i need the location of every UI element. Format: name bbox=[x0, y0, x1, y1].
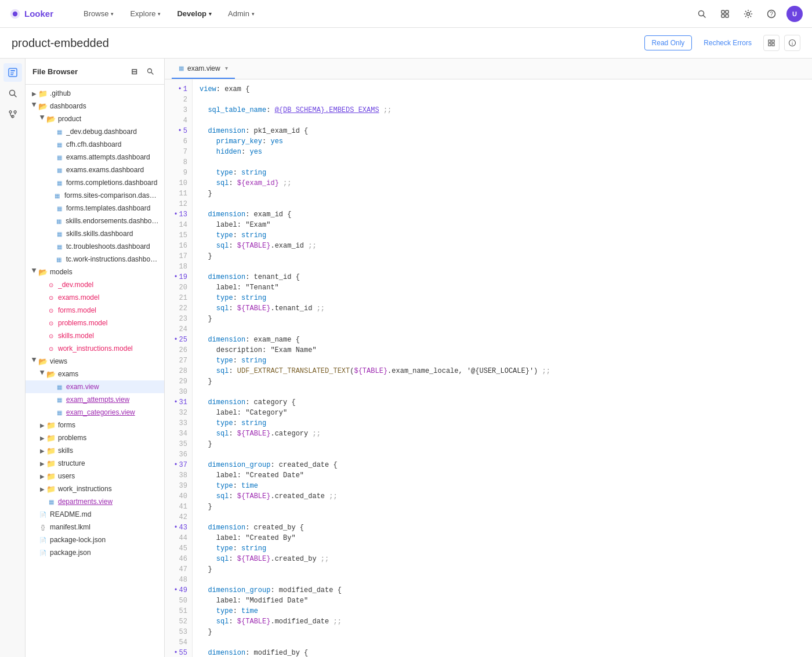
split-icon[interactable]: ⊟ bbox=[127, 64, 141, 78]
list-item[interactable]: ▦ departments.view bbox=[26, 495, 164, 508]
search-icon[interactable] bbox=[694, 6, 710, 22]
tree-item-exams-folder[interactable]: ▶ 📂 exams bbox=[26, 368, 164, 380]
svg-text:?: ? bbox=[770, 11, 773, 17]
editor-tab-label: exam.view bbox=[187, 64, 220, 72]
info-icon[interactable]: i bbox=[784, 35, 800, 51]
file-browser-icon[interactable] bbox=[3, 63, 22, 82]
tree-item-work-folder[interactable]: ▶ 📁 work_instructions bbox=[26, 482, 164, 495]
tree-item-exam-view[interactable]: ▦ exam.view bbox=[26, 380, 164, 393]
code-line-14: label: "Exam" bbox=[200, 220, 805, 230]
code-line-42 bbox=[200, 512, 805, 522]
code-line-52: sql: ${TABLE}.modified_date ;; bbox=[200, 616, 805, 627]
list-item[interactable]: ⊙ problems.model bbox=[26, 317, 164, 329]
svg-line-3 bbox=[704, 15, 706, 17]
page-header: product-embedded Read Only Recheck Error… bbox=[0, 28, 812, 59]
list-item[interactable]: {} manifest.lkml bbox=[26, 521, 164, 533]
nav-explore[interactable]: Explore ▾ bbox=[123, 6, 168, 21]
list-item[interactable]: ▦ _dev.debug.dashboard bbox=[26, 125, 164, 138]
tree-item-github[interactable]: ▶ 📁 .github bbox=[26, 87, 164, 100]
page-title: product-embedded bbox=[12, 37, 109, 50]
svg-rect-13 bbox=[768, 43, 771, 46]
expand-icon[interactable] bbox=[763, 35, 780, 51]
svg-rect-12 bbox=[772, 40, 774, 42]
sidebar-icons bbox=[0, 59, 26, 657]
tree-item-users-folder[interactable]: ▶ 📁 users bbox=[26, 470, 164, 482]
list-item[interactable]: ▦ forms.sites-comparison.dashboard bbox=[26, 189, 164, 202]
help-icon[interactable]: ? bbox=[763, 6, 780, 22]
tree-item-structure-folder[interactable]: ▶ 📁 structure bbox=[26, 457, 164, 470]
user-avatar[interactable]: U bbox=[786, 6, 803, 22]
tree-item-skills-folder[interactable]: ▶ 📁 skills bbox=[26, 444, 164, 457]
list-item[interactable]: ▦ cfh.cfh.dashboard bbox=[26, 138, 164, 151]
list-item[interactable]: ▦ tc.work-instructions.dashboard bbox=[26, 253, 164, 266]
list-item[interactable]: 📄 package.json bbox=[26, 546, 164, 559]
code-content[interactable]: view: exam { sql_table_name: @{DB_SCHEMA… bbox=[193, 79, 812, 657]
code-line-4 bbox=[200, 115, 805, 126]
nav-browse[interactable]: Browse ▾ bbox=[77, 6, 121, 21]
code-line-8 bbox=[200, 157, 805, 168]
list-item[interactable]: ▦ skills.endorsements.dashboard bbox=[26, 215, 164, 227]
svg-line-27 bbox=[151, 72, 153, 74]
code-line-33: type: string bbox=[200, 418, 805, 429]
code-line-6: primary_key: yes bbox=[200, 136, 805, 147]
svg-rect-14 bbox=[772, 43, 774, 46]
list-item[interactable]: ▦ exams.attempts.dashboard bbox=[26, 151, 164, 164]
list-item[interactable]: ⊙ exams.model bbox=[26, 291, 164, 304]
nav-admin[interactable]: Admin ▾ bbox=[221, 6, 262, 21]
code-line-49: dimension_group: modified_date { bbox=[200, 585, 805, 596]
list-item[interactable]: ⊙ work_instructions.model bbox=[26, 342, 164, 355]
gear-icon[interactable] bbox=[740, 6, 756, 22]
code-line-13: dimension: exam_id { bbox=[200, 209, 805, 220]
list-item[interactable]: ▦ exam_attempts.view bbox=[26, 393, 164, 406]
svg-rect-11 bbox=[768, 40, 771, 42]
list-item[interactable]: ▦ skills.skills.dashboard bbox=[26, 227, 164, 240]
code-line-17: } bbox=[200, 251, 805, 262]
tree-item-problems-folder[interactable]: ▶ 📁 problems bbox=[26, 431, 164, 444]
svg-point-8 bbox=[747, 12, 750, 15]
svg-rect-19 bbox=[10, 72, 14, 74]
file-browser-header: File Browser ⊟ bbox=[26, 59, 164, 85]
code-line-38: label: "Created Date" bbox=[200, 470, 805, 481]
list-item[interactable]: ▦ forms.templates.dashboard bbox=[26, 202, 164, 215]
tab-dropdown-arrow[interactable]: ▾ bbox=[225, 65, 228, 71]
code-area[interactable]: •1234•56789101112•131415161718•192021222… bbox=[165, 79, 812, 657]
tree-item-views[interactable]: ▶ 📂 views bbox=[26, 355, 164, 368]
code-line-40: sql: ${TABLE}.created_date ;; bbox=[200, 491, 805, 502]
tree-item-models[interactable]: ▶ 📂 models bbox=[26, 266, 164, 278]
editor-tab-exam-view[interactable]: ▦ exam.view ▾ bbox=[172, 59, 235, 79]
grid-icon[interactable] bbox=[717, 6, 733, 22]
read-only-button[interactable]: Read Only bbox=[644, 35, 693, 50]
git-icon[interactable] bbox=[3, 105, 22, 124]
nav-develop[interactable]: Develop ▾ bbox=[170, 6, 219, 21]
code-line-39: type: time bbox=[200, 481, 805, 491]
list-item[interactable]: 📄 package-lock.json bbox=[26, 533, 164, 546]
list-item[interactable]: ⊙ forms.model bbox=[26, 304, 164, 317]
code-line-21: type: string bbox=[200, 293, 805, 303]
code-line-31: dimension: category { bbox=[200, 397, 805, 408]
code-line-43: dimension: created_by { bbox=[200, 522, 805, 533]
code-line-19: dimension: tenant_id { bbox=[200, 272, 805, 282]
nav-icon-group: ? U bbox=[694, 6, 803, 22]
tree-item-forms-folder[interactable]: ▶ 📁 forms bbox=[26, 419, 164, 431]
code-line-34: sql: ${TABLE}.category ;; bbox=[200, 429, 805, 439]
code-line-51: type: time bbox=[200, 606, 805, 616]
list-item[interactable]: 📄 README.md bbox=[26, 508, 164, 521]
list-item[interactable]: ▦ forms.completions.dashboard bbox=[26, 176, 164, 189]
list-item[interactable]: ▦ exam_categories.view bbox=[26, 406, 164, 419]
svg-rect-7 bbox=[726, 14, 728, 17]
app-logo[interactable]: Looker bbox=[9, 8, 53, 20]
list-item[interactable]: ⊙ skills.model bbox=[26, 329, 164, 342]
tree-item-product[interactable]: ▶ 📂 product bbox=[26, 112, 164, 125]
list-item[interactable]: ⊙ _dev.model bbox=[26, 278, 164, 291]
tree-item-dashboards[interactable]: ▶ 📂 dashboards bbox=[26, 100, 164, 112]
code-line-29: } bbox=[200, 376, 805, 387]
list-item[interactable]: ▦ exams.exams.dashboard bbox=[26, 164, 164, 176]
code-line-54 bbox=[200, 637, 805, 648]
recheck-errors-button[interactable]: Recheck Errors bbox=[697, 36, 759, 50]
code-line-26: description: "Exam Name" bbox=[200, 345, 805, 355]
code-line-30 bbox=[200, 387, 805, 397]
list-item[interactable]: ▦ tc.troubleshoots.dashboard bbox=[26, 240, 164, 253]
search-files-icon[interactable] bbox=[3, 84, 22, 103]
search-files-btn[interactable] bbox=[143, 64, 157, 78]
file-browser-header-actions: ⊟ bbox=[127, 64, 157, 78]
